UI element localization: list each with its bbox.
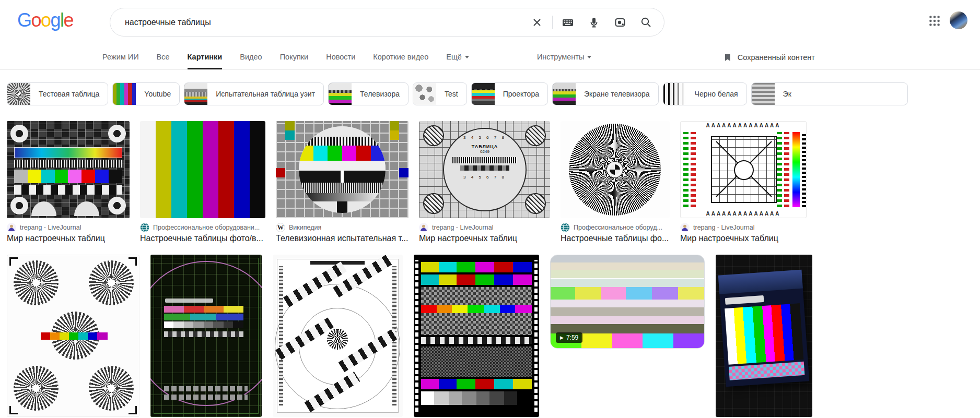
result-thumbnail[interactable]: AAAAAAAAAAAAAA AAAAAAAAAAAAAA <box>680 121 807 218</box>
tab-short-videos[interactable]: Короткие видео <box>373 45 428 69</box>
tools-button[interactable]: Инструменты <box>537 45 591 69</box>
tab-shopping[interactable]: Покупки <box>280 45 309 69</box>
result-title[interactable]: Мир настроечных таблиц <box>680 234 807 243</box>
result-thumbnail[interactable]: 3 4 5 6 7 8 ТАБЛИЦА 0249 3 4 5 6 7 8 <box>419 121 550 218</box>
result-source-label: trepang - LiveJournal <box>20 224 81 231</box>
saved-content-button[interactable]: Сохраненный контент <box>722 45 815 69</box>
chip-ueit-table[interactable]: Испытательная таблица уэит <box>184 82 324 105</box>
chip-test[interactable]: Test <box>413 82 467 105</box>
apps-grid-icon[interactable] <box>928 14 941 28</box>
results-row: ▶ 7:59 <box>7 255 816 417</box>
google-logo[interactable]: Google <box>17 9 73 31</box>
chip-youtube[interactable]: Youtube <box>112 82 180 105</box>
pattern-layer <box>551 287 704 300</box>
result-caption: trepang - LiveJournal Мир настроечных та… <box>7 223 130 243</box>
result-caption: Профессиональное оборудовани... Настроеч… <box>140 223 265 243</box>
tab-ai-mode[interactable]: Режим ИИ <box>102 45 139 69</box>
pattern-layer <box>164 321 243 328</box>
pattern-layer <box>551 255 704 262</box>
result-thumbnail[interactable] <box>273 255 403 417</box>
pattern-layer <box>421 337 532 344</box>
pattern-layer <box>299 126 386 213</box>
result-thumbnail[interactable] <box>150 255 262 417</box>
clear-icon[interactable] <box>531 16 543 29</box>
tab-label: Новости <box>326 53 355 61</box>
tab-images[interactable]: Картинки <box>188 45 223 69</box>
result-source[interactable]: trepang - LiveJournal <box>419 223 550 232</box>
pattern-layer <box>423 125 444 146</box>
result-thumbnail[interactable] <box>414 255 539 417</box>
pattern-layer <box>683 132 689 207</box>
result-thumbnail[interactable] <box>276 121 409 218</box>
result-thumbnail[interactable] <box>7 121 130 218</box>
tab-all[interactable]: Все <box>157 45 170 69</box>
pattern-layer <box>299 161 386 170</box>
lens-icon[interactable] <box>614 16 626 29</box>
tab-label: Режим ИИ <box>102 53 139 61</box>
image-results-grid: trepang - LiveJournal Мир настроечных та… <box>7 121 816 417</box>
chip-tv-screen[interactable]: Экране телевизора <box>552 82 659 105</box>
logo-letter: G <box>17 9 31 31</box>
chip-black-white[interactable]: Черно белая <box>663 82 747 105</box>
search-input[interactable] <box>125 18 524 27</box>
tab-label: Ещё <box>446 53 462 61</box>
pattern-layer <box>14 366 59 411</box>
pattern-layer <box>108 197 126 214</box>
tab-news[interactable]: Новости <box>326 45 355 69</box>
chip-thumbnail <box>413 82 436 105</box>
result-thumbnail[interactable] <box>561 121 670 218</box>
pattern-layer <box>421 347 532 377</box>
chip-label: Тестовая таблица <box>30 90 108 98</box>
search-header: Google <box>0 0 980 45</box>
result-title[interactable]: Телевизионная испытательная т... <box>276 234 409 243</box>
tab-label: Все <box>157 53 170 61</box>
mic-icon[interactable] <box>588 16 600 29</box>
pattern-layer <box>14 185 122 195</box>
pattern-layer <box>725 303 803 365</box>
pattern-layer <box>299 193 386 202</box>
result-source[interactable]: W Википедия <box>276 223 409 232</box>
chip-partial[interactable]: Эк <box>751 82 908 105</box>
result-source[interactable]: trepang - LiveJournal <box>7 223 130 232</box>
result-title[interactable]: Настроечные таблицы фо... <box>561 234 670 243</box>
tab-videos[interactable]: Видео <box>240 45 262 69</box>
pattern-layer <box>165 298 213 303</box>
result-title[interactable]: Мир настроечных таблиц <box>7 234 130 243</box>
tab-more[interactable]: Ещё <box>446 45 469 69</box>
result-source-label: Профессиональное оборудовани... <box>153 224 260 231</box>
chip-projector[interactable]: Проектора <box>471 82 548 105</box>
pattern-layer <box>14 147 122 158</box>
profile-avatar[interactable] <box>950 11 967 29</box>
image-result <box>414 255 539 417</box>
pattern-layer <box>551 270 704 278</box>
video-thumbnail[interactable]: ▶ 7:59 <box>550 255 705 349</box>
search-bar[interactable] <box>110 8 664 37</box>
pattern-layer <box>10 125 28 142</box>
livejournal-icon <box>419 223 428 232</box>
chip-thumbnail <box>553 82 576 105</box>
result-source[interactable]: Профессиональное оборудовани... <box>140 223 265 232</box>
result-thumbnail[interactable] <box>716 255 812 417</box>
pattern-layer <box>164 386 248 391</box>
chip-label: Test <box>436 90 466 98</box>
image-result: 3 4 5 6 7 8 ТАБЛИЦА 0249 3 4 5 6 7 8 tre… <box>419 121 550 243</box>
result-thumbnail[interactable] <box>7 255 139 417</box>
pattern-layer <box>551 279 704 287</box>
image-result: Профессиональное оборуд... Настроечные т… <box>561 121 670 243</box>
search-icon[interactable] <box>640 16 652 29</box>
pattern-layer <box>551 262 704 270</box>
chip-test-table[interactable]: Тестовая таблица <box>7 82 108 105</box>
pattern-layer <box>551 307 704 317</box>
result-title[interactable]: Настроечные таблицы фото/в... <box>140 234 265 243</box>
result-source[interactable]: trepang - LiveJournal <box>680 223 807 232</box>
result-thumbnail[interactable] <box>140 121 265 218</box>
result-title[interactable]: Мир настроечных таблиц <box>419 234 550 243</box>
pattern-layer <box>534 260 538 412</box>
pattern-layer <box>802 132 806 207</box>
result-source[interactable]: Профессиональное оборуд... <box>561 223 670 232</box>
chip-thumbnail <box>113 82 136 105</box>
chip-tv[interactable]: Телевизора <box>328 82 409 105</box>
tools-label: Инструменты <box>537 53 584 61</box>
keyboard-icon[interactable] <box>562 16 574 29</box>
pattern-text: ТАБЛИЦА <box>444 144 526 149</box>
